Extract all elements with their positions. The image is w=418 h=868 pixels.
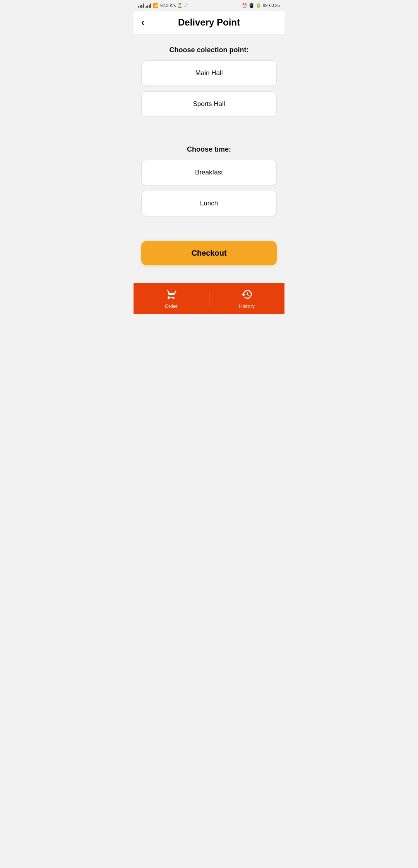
- lunch-label: Lunch: [200, 200, 218, 207]
- status-right: ⏰ 📳 🔋 99 00:25: [242, 3, 280, 8]
- nav-order[interactable]: Order: [134, 285, 209, 313]
- breakfast-option[interactable]: Breakfast: [141, 160, 277, 185]
- time-section: Choose time: Breakfast Lunch: [141, 145, 277, 222]
- history-nav-label: History: [239, 303, 255, 309]
- signal-icon-2: [146, 3, 151, 8]
- main-hall-option[interactable]: Main Hall: [141, 60, 277, 86]
- collection-point-label: Choose colection point:: [141, 46, 277, 54]
- signal-icon-1: [138, 3, 144, 8]
- status-bar: 📶 92.3 K/s ⏳ ☄ ⏰ 📳 🔋 99 00:25: [134, 0, 284, 11]
- wifi-icon: 📶: [153, 3, 159, 8]
- checkout-section: Checkout: [141, 241, 277, 265]
- vibrate-icon: 📳: [249, 3, 254, 8]
- order-nav-label: Order: [165, 303, 178, 309]
- nav-history[interactable]: History: [209, 285, 285, 313]
- alarm-icon: ⏰: [242, 3, 247, 8]
- lunch-option[interactable]: Lunch: [141, 191, 277, 216]
- back-button[interactable]: ‹: [141, 18, 144, 27]
- section-gap: [141, 126, 277, 145]
- usb-icon: ☄: [184, 3, 188, 8]
- main-hall-label: Main Hall: [195, 69, 223, 77]
- time-display: 00:25: [269, 3, 280, 8]
- time-section-label: Choose time:: [141, 145, 277, 154]
- collection-point-section: Choose colection point: Main Hall Sports…: [141, 46, 277, 122]
- sports-hall-option[interactable]: Sports Hall: [141, 91, 277, 117]
- page-header: ‹ Delivery Point: [134, 11, 284, 34]
- checkout-button[interactable]: Checkout: [141, 241, 277, 265]
- battery-icon: 🔋: [256, 3, 261, 8]
- sports-hall-label: Sports Hall: [193, 100, 225, 108]
- speed-indicator: 92.3 K/s: [160, 3, 176, 8]
- status-left: 📶 92.3 K/s ⏳ ☄: [138, 3, 188, 8]
- breakfast-label: Breakfast: [195, 169, 223, 176]
- history-icon: [241, 289, 253, 302]
- battery-percent: 99: [263, 3, 267, 8]
- cart-icon: [165, 289, 177, 302]
- bottom-navigation: Order History: [134, 283, 284, 314]
- page-title: Delivery Point: [141, 17, 277, 28]
- main-content: Choose colection point: Main Hall Sports…: [134, 34, 284, 283]
- timer-icon: ⏳: [177, 3, 183, 8]
